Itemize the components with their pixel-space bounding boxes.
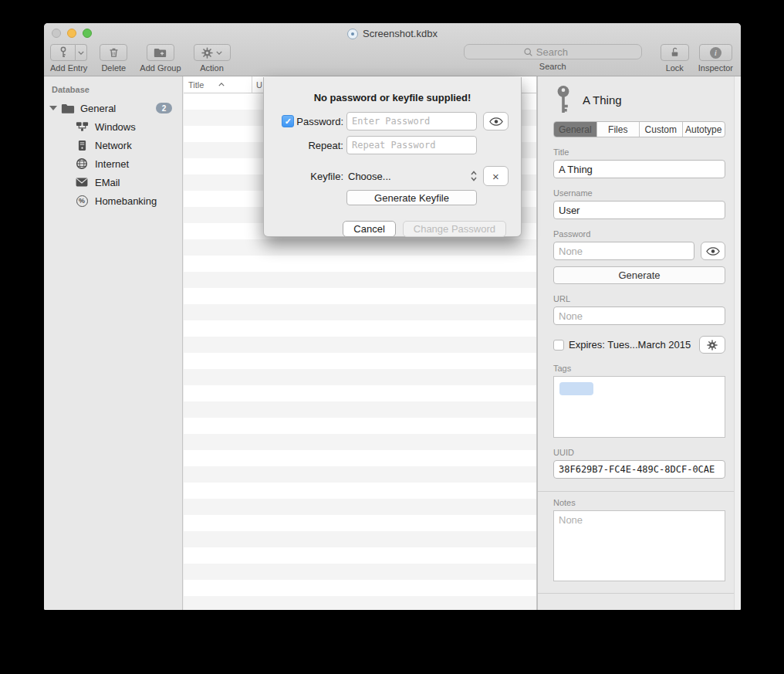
info-icon: i bbox=[710, 47, 721, 59]
sidebar-item-label: Network bbox=[95, 140, 132, 151]
add-entry-button[interactable] bbox=[50, 44, 76, 61]
document-icon bbox=[347, 29, 358, 39]
key-plus-icon bbox=[57, 46, 69, 59]
sidebar-item-label: Windows bbox=[95, 121, 136, 133]
sidebar-item-label: Homebanking bbox=[95, 195, 157, 207]
repeat-label: Repeat: bbox=[308, 140, 343, 151]
inspector-item: i Inspector bbox=[698, 44, 733, 73]
expires-checkbox[interactable] bbox=[553, 340, 564, 351]
envelope-icon bbox=[75, 178, 89, 187]
column-header-username[interactable]: U bbox=[252, 80, 262, 90]
tags-label: Tags bbox=[553, 364, 725, 373]
action-label: Action bbox=[200, 63, 224, 73]
change-password-button[interactable]: Change Password bbox=[403, 221, 506, 237]
sidebar-item-network[interactable]: Network bbox=[44, 136, 182, 154]
uuid-field[interactable] bbox=[553, 460, 725, 479]
notes-label: Notes bbox=[553, 498, 725, 507]
enter-password-input[interactable] bbox=[346, 112, 477, 130]
uuid-label: UUID bbox=[553, 448, 725, 457]
toolbar: Add Entry Delete Add Group bbox=[50, 44, 733, 73]
clear-keyfile-button[interactable]: × bbox=[483, 166, 509, 186]
tab-autotype[interactable]: Autotype bbox=[682, 122, 725, 137]
add-group-item: Add Group bbox=[140, 44, 181, 73]
inspector-tabs: General Files Custom Autotype bbox=[553, 121, 725, 137]
password-checkbox[interactable]: ✓ bbox=[282, 115, 294, 127]
search-icon bbox=[523, 47, 533, 57]
sidebar-item-email[interactable]: EMail bbox=[44, 173, 182, 191]
inspector-label: Inspector bbox=[698, 63, 733, 73]
stepper-icon bbox=[471, 171, 477, 181]
notes-field[interactable] bbox=[553, 510, 725, 581]
tab-files[interactable]: Files bbox=[596, 122, 640, 137]
password-field[interactable] bbox=[553, 242, 694, 260]
action-button[interactable] bbox=[194, 44, 231, 61]
tab-custom[interactable]: Custom bbox=[639, 122, 682, 137]
title-field-label: Title bbox=[553, 147, 725, 157]
add-entry-item: Add Entry bbox=[50, 44, 87, 73]
chevron-down-icon bbox=[78, 51, 84, 55]
titlebar: Screenshot.kdbx bbox=[44, 27, 741, 40]
reveal-password-button[interactable] bbox=[701, 242, 725, 260]
sidebar-section-header: Database bbox=[44, 76, 182, 99]
sidebar-item-label: Internet bbox=[95, 158, 129, 170]
search-input[interactable] bbox=[536, 46, 583, 58]
change-password-sheet: No password or keyfile supplied! ✓ Passw… bbox=[263, 77, 522, 237]
title-field[interactable] bbox=[553, 160, 725, 178]
tags-box[interactable] bbox=[553, 376, 725, 438]
add-group-label: Add Group bbox=[140, 63, 181, 73]
folder-icon bbox=[61, 103, 75, 114]
password-field-label: Password bbox=[553, 229, 725, 239]
globe-icon bbox=[75, 157, 89, 170]
eye-icon bbox=[706, 247, 720, 256]
delete-label: Delete bbox=[101, 63, 126, 73]
lock-button[interactable] bbox=[661, 44, 689, 61]
gear-icon bbox=[201, 47, 213, 59]
divider bbox=[538, 593, 741, 594]
inspector-panel: A Thing General Files Custom Autotype Ti… bbox=[537, 76, 741, 610]
folder-plus-icon bbox=[154, 47, 167, 58]
keyfile-popup-value: Choose... bbox=[346, 171, 471, 182]
sidebar-item-general[interactable]: General 2 bbox=[44, 99, 182, 117]
add-group-button[interactable] bbox=[147, 44, 174, 61]
add-entry-dropdown-button[interactable] bbox=[76, 44, 87, 61]
reveal-password-button[interactable] bbox=[483, 112, 509, 130]
tab-general[interactable]: General bbox=[554, 122, 596, 137]
keyfile-popup[interactable]: Choose... bbox=[346, 171, 477, 182]
gear-icon bbox=[707, 340, 718, 351]
username-field-label: Username bbox=[553, 188, 725, 198]
inspector-button[interactable]: i bbox=[699, 44, 732, 61]
search-field[interactable] bbox=[464, 44, 642, 59]
delete-item: Delete bbox=[100, 44, 127, 73]
sidebar-item-internet[interactable]: Internet bbox=[44, 154, 182, 173]
delete-button[interactable] bbox=[100, 44, 127, 61]
action-item: Action bbox=[194, 44, 231, 73]
expires-options-button[interactable] bbox=[699, 336, 725, 354]
tag-chip[interactable] bbox=[559, 382, 593, 395]
cancel-button[interactable]: Cancel bbox=[343, 221, 395, 237]
title-toolbar: Screenshot.kdbx Add Entry bbox=[44, 23, 741, 76]
inspector-scrollbar[interactable] bbox=[734, 76, 741, 610]
sidebar-item-label: General bbox=[80, 103, 156, 114]
group-sidebar: Database General 2 Windows Network bbox=[44, 76, 183, 610]
generate-keyfile-button[interactable]: Generate Keyfile bbox=[346, 190, 477, 205]
disclosure-triangle-icon[interactable] bbox=[49, 106, 57, 110]
sidebar-item-label: EMail bbox=[95, 177, 120, 188]
search-item: Search bbox=[464, 44, 642, 71]
sidebar-item-homebanking[interactable]: % Homebanking bbox=[44, 191, 182, 210]
sheet-message: No password or keyfile supplied! bbox=[279, 92, 506, 103]
sidebar-item-windows[interactable]: Windows bbox=[44, 117, 182, 136]
entry-header: A Thing bbox=[553, 83, 725, 116]
entry-count-badge: 2 bbox=[156, 103, 172, 113]
entry-title: A Thing bbox=[583, 93, 622, 107]
password-label: Password: bbox=[296, 116, 343, 127]
url-field[interactable] bbox=[553, 307, 725, 325]
app-window: Screenshot.kdbx Add Entry bbox=[44, 23, 741, 610]
close-icon: × bbox=[492, 170, 499, 183]
url-field-label: URL bbox=[553, 294, 725, 303]
sort-ascending-icon bbox=[218, 83, 248, 86]
generate-password-button[interactable]: Generate bbox=[553, 266, 725, 284]
username-field[interactable] bbox=[553, 201, 725, 219]
repeat-password-input[interactable] bbox=[346, 136, 477, 154]
keyfile-label: Keyfile: bbox=[310, 171, 343, 182]
column-header-title[interactable]: Title bbox=[184, 80, 252, 90]
